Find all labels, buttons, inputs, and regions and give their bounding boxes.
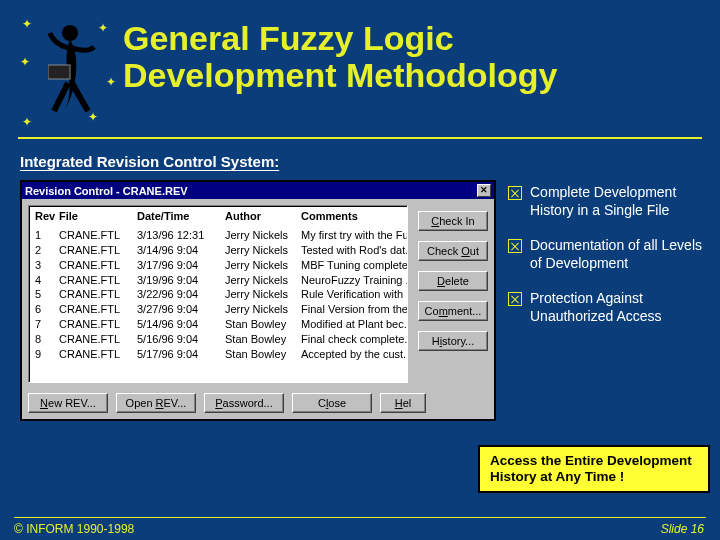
cell-rev: 1	[35, 228, 59, 243]
history-button[interactable]: History...	[418, 331, 488, 351]
cell-author: Stan Bowley	[225, 347, 301, 362]
table-row[interactable]: 9CRANE.FTL5/17/96 9:04Stan BowleyAccepte…	[35, 347, 401, 362]
cell-comment: Final check complete.	[301, 332, 407, 347]
cell-datetime: 3/14/96 9:04	[137, 243, 225, 258]
cell-comment: Final Version from the.	[301, 302, 408, 317]
col-rev: Rev	[35, 210, 59, 222]
cell-datetime: 3/17/96 9:04	[137, 258, 225, 273]
cell-comment: My first try with the Fuz.	[301, 228, 408, 243]
slide-number: Slide 16	[661, 522, 704, 536]
title-line1: General Fuzzy Logic	[123, 19, 454, 57]
cell-author: Jerry Nickels	[225, 273, 301, 288]
title-separator	[18, 137, 702, 139]
close-icon[interactable]: ✕	[477, 184, 491, 197]
cell-datetime: 3/19/96 9:04	[137, 273, 225, 288]
table-row[interactable]: 6CRANE.FTL3/27/96 9:04Jerry NickelsFinal…	[35, 302, 401, 317]
bullet-icon	[508, 239, 522, 253]
cell-rev: 6	[35, 302, 59, 317]
cell-rev: 9	[35, 347, 59, 362]
cell-file: CRANE.FTL	[59, 287, 137, 302]
svg-rect-1	[48, 65, 70, 79]
cell-datetime: 5/14/96 9:04	[137, 317, 225, 332]
cell-rev: 8	[35, 332, 59, 347]
bottom-button-group: New REV... Open REV... Password... Close…	[28, 383, 488, 413]
dialog-body: Rev File Date/Time Author Comments 1CRAN…	[22, 199, 494, 419]
col-author: Author	[225, 210, 301, 222]
col-comments: Comments	[301, 210, 401, 222]
comment-button[interactable]: Comment...	[418, 301, 488, 321]
col-datetime: Date/Time	[137, 210, 225, 222]
slide-footer: © INFORM 1990-1998 Slide 16	[0, 522, 720, 536]
svg-point-0	[62, 25, 78, 41]
table-row[interactable]: 1CRANE.FTL3/13/96 12:31Jerry NickelsMy f…	[35, 228, 401, 243]
cell-author: Stan Bowley	[225, 317, 301, 332]
cell-author: Jerry Nickels	[225, 302, 301, 317]
copyright-text: © INFORM 1990-1998	[14, 522, 134, 536]
table-row[interactable]: 3CRANE.FTL3/17/96 9:04Jerry NickelsMBF T…	[35, 258, 401, 273]
revision-list[interactable]: Rev File Date/Time Author Comments 1CRAN…	[28, 205, 408, 383]
cell-comment: Accepted by the cust.	[301, 347, 406, 362]
cell-file: CRANE.FTL	[59, 273, 137, 288]
cell-comment: MBF Tuning complete.	[301, 258, 408, 273]
col-file: File	[59, 210, 137, 222]
cell-author: Jerry Nickels	[225, 243, 301, 258]
revision-control-dialog: Revision Control - CRANE.REV ✕ Rev File …	[20, 180, 496, 421]
logo-graphic: ✦ ✦ ✦ ✦ ✦ ✦	[18, 15, 113, 125]
table-row[interactable]: 5CRANE.FTL3/22/96 9:04Jerry NickelsRule …	[35, 287, 401, 302]
bullet-item: Documentation of all Levels of Developme…	[508, 237, 705, 272]
dancer-icon	[48, 23, 96, 113]
cell-datetime: 5/16/96 9:04	[137, 332, 225, 347]
bullet-text: Documentation of all Levels of Developme…	[530, 237, 705, 272]
cell-datetime: 3/22/96 9:04	[137, 287, 225, 302]
cell-author: Jerry Nickels	[225, 228, 301, 243]
dialog-titlebar: Revision Control - CRANE.REV ✕	[22, 182, 494, 199]
cell-author: Jerry Nickels	[225, 258, 301, 273]
delete-button[interactable]: Delete	[418, 271, 488, 291]
dialog-title: Revision Control - CRANE.REV	[25, 185, 188, 197]
cell-rev: 7	[35, 317, 59, 332]
footer-separator	[14, 517, 706, 518]
cell-file: CRANE.FTL	[59, 228, 137, 243]
table-row[interactable]: 4CRANE.FTL3/19/96 9:04Jerry NickelsNeuro…	[35, 273, 401, 288]
table-row[interactable]: 8CRANE.FTL5/16/96 9:04Stan BowleyFinal c…	[35, 332, 401, 347]
cell-author: Jerry Nickels	[225, 287, 301, 302]
title-line2: Development Methodology	[123, 56, 557, 94]
cell-author: Stan Bowley	[225, 332, 301, 347]
check-out-button[interactable]: Check Out	[418, 241, 488, 261]
cell-rev: 4	[35, 273, 59, 288]
bullet-list: Complete Development History in a Single…	[508, 180, 705, 421]
cell-datetime: 5/17/96 9:04	[137, 347, 225, 362]
new-rev-button[interactable]: New REV...	[28, 393, 108, 413]
table-row[interactable]: 7CRANE.FTL5/14/96 9:04Stan BowleyModifie…	[35, 317, 401, 332]
cell-datetime: 3/13/96 12:31	[137, 228, 225, 243]
callout-box: Access the Entire Development History at…	[478, 445, 710, 493]
cell-file: CRANE.FTL	[59, 302, 137, 317]
bullet-text: Complete Development History in a Single…	[530, 184, 705, 219]
cell-rev: 5	[35, 287, 59, 302]
cell-comment: NeuroFuzzy Training .	[301, 273, 408, 288]
bullet-item: Complete Development History in a Single…	[508, 184, 705, 219]
cell-file: CRANE.FTL	[59, 317, 137, 332]
table-row[interactable]: 2CRANE.FTL3/14/96 9:04Jerry NickelsTeste…	[35, 243, 401, 258]
cell-datetime: 3/27/96 9:04	[137, 302, 225, 317]
check-in-button[interactable]: Check In	[418, 211, 488, 231]
cell-rev: 2	[35, 243, 59, 258]
cell-file: CRANE.FTL	[59, 332, 137, 347]
help-button[interactable]: Hel	[380, 393, 426, 413]
cell-file: CRANE.FTL	[59, 258, 137, 273]
bullet-icon	[508, 186, 522, 200]
open-rev-button[interactable]: Open REV...	[116, 393, 196, 413]
cell-comment: Tested with Rod's dat.	[301, 243, 408, 258]
bullet-text: Protection Against Unauthorized Access	[530, 290, 705, 325]
list-header: Rev File Date/Time Author Comments	[35, 210, 401, 222]
close-button[interactable]: Close	[292, 393, 372, 413]
content-area: Revision Control - CRANE.REV ✕ Rev File …	[0, 180, 720, 421]
cell-rev: 3	[35, 258, 59, 273]
password-button[interactable]: Password...	[204, 393, 284, 413]
bullet-icon	[508, 292, 522, 306]
side-button-group: Check In Check Out Delete Comment... His…	[418, 211, 488, 351]
section-subtitle: Integrated Revision Control System:	[20, 153, 720, 170]
slide-title: General Fuzzy Logic Development Methodol…	[123, 20, 557, 95]
slide-header: ✦ ✦ ✦ ✦ ✦ ✦ General Fuzzy Logic Developm…	[0, 0, 720, 135]
bullet-item: Protection Against Unauthorized Access	[508, 290, 705, 325]
